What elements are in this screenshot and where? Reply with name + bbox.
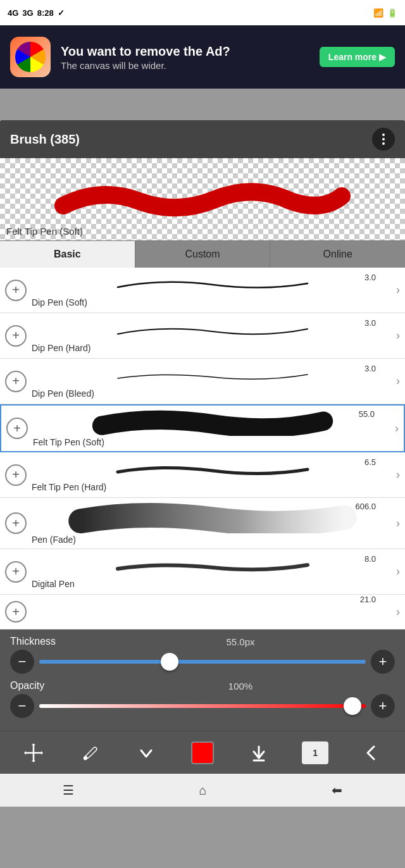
tab-basic[interactable]: Basic bbox=[0, 241, 135, 268]
add-brush-button[interactable]: + bbox=[5, 280, 27, 301]
brush-name: Felt Tip Pen (Hard) bbox=[32, 482, 394, 492]
brush-stroke-area: 55.0 Felt Tip Pen (Soft) bbox=[33, 409, 392, 447]
brush-stroke-area: 3.0 Dip Pen (Soft) bbox=[32, 273, 394, 307]
nav-home-button[interactable]: ⌂ bbox=[199, 783, 206, 798]
brush-name: Dip Pen (Hard) bbox=[32, 343, 394, 353]
add-brush-button[interactable]: + bbox=[5, 464, 27, 486]
add-brush-button[interactable]: + bbox=[6, 418, 28, 439]
thickness-minus-button[interactable]: − bbox=[10, 650, 34, 674]
download-button[interactable] bbox=[243, 737, 275, 769]
chevron-right-icon: › bbox=[396, 468, 400, 481]
brush-size: 606.0 bbox=[355, 502, 376, 511]
brush-stroke-area: 21.0 bbox=[32, 595, 394, 629]
chevron-right-icon: › bbox=[395, 422, 399, 435]
add-brush-button[interactable]: + bbox=[5, 325, 27, 347]
transform-button[interactable] bbox=[18, 737, 49, 769]
panel-title: Brush (385) bbox=[10, 132, 80, 147]
add-brush-button[interactable]: + bbox=[5, 371, 27, 392]
brush-item-felt-tip-pen-hard[interactable]: + 6.5 Felt Tip Pen (Hard) › bbox=[0, 452, 405, 498]
signal-icon: 📶 bbox=[373, 8, 383, 18]
brush-name: Dip Pen (Soft) bbox=[32, 297, 394, 307]
brush-stroke-area: 606.0 Pen (Fade) bbox=[32, 502, 394, 545]
preview-brush-label: Felt Tip Pen (Soft) bbox=[6, 226, 83, 237]
brush-item-felt-tip-pen-soft[interactable]: + 55.0 Felt Tip Pen (Soft) › bbox=[0, 404, 405, 452]
carrier1: 4G bbox=[8, 8, 18, 18]
dot2 bbox=[382, 138, 385, 140]
battery-icon: 🔋 bbox=[387, 8, 397, 18]
back-button[interactable] bbox=[356, 737, 387, 769]
brush-stroke-area: 8.0 Digital Pen bbox=[32, 554, 394, 589]
add-brush-button[interactable]: + bbox=[5, 601, 27, 623]
brush-size: 3.0 bbox=[364, 318, 376, 328]
opacity-label: Opacity bbox=[10, 680, 86, 691]
add-brush-button[interactable]: + bbox=[5, 561, 27, 583]
brush-size: 3.0 bbox=[364, 273, 376, 282]
svg-point-6 bbox=[84, 756, 87, 760]
tab-online[interactable]: Online bbox=[270, 241, 405, 268]
brush-name: Felt Tip Pen (Soft) bbox=[33, 437, 392, 447]
brush-size: 21.0 bbox=[360, 595, 376, 604]
time: 8:28 bbox=[37, 8, 54, 18]
color-button[interactable] bbox=[187, 737, 218, 769]
gray-spacer bbox=[0, 89, 405, 120]
brush-preview: Felt Tip Pen (Soft) bbox=[0, 158, 405, 240]
thickness-label: Thickness bbox=[10, 636, 86, 647]
tabs-row: Basic Custom Online bbox=[0, 240, 405, 268]
thickness-plus-button[interactable]: + bbox=[371, 650, 395, 674]
carrier2: 3G bbox=[22, 8, 33, 18]
brush-size: 8.0 bbox=[364, 554, 376, 564]
brush-name: Digital Pen bbox=[32, 579, 394, 589]
thickness-slider-track[interactable] bbox=[39, 660, 366, 664]
nav-back-button[interactable]: ⬅ bbox=[332, 783, 342, 798]
thickness-label-row: Thickness 55.0px bbox=[10, 636, 395, 647]
brush-name: Pen (Fade) bbox=[32, 535, 394, 545]
panel-menu-button[interactable] bbox=[372, 128, 395, 151]
color-swatch bbox=[191, 741, 214, 764]
page-indicator: 1 bbox=[302, 741, 328, 764]
status-right: 📶 🔋 bbox=[373, 8, 397, 18]
brush-item-dip-pen-soft[interactable]: + 3.0 Dip Pen (Soft) › bbox=[0, 268, 405, 313]
dropdown-button[interactable] bbox=[130, 737, 162, 769]
brush-size: 55.0 bbox=[359, 409, 375, 419]
chevron-right-icon: › bbox=[396, 565, 400, 578]
brush-preview-stroke bbox=[32, 502, 394, 533]
main-panel: Brush (385) Felt Tip Pen (Soft) Basic Cu… bbox=[0, 120, 405, 774]
chevron-right-icon: › bbox=[396, 517, 400, 530]
opacity-slider-thumb[interactable] bbox=[344, 697, 361, 715]
ad-banner: You want to remove the Ad? The canvas wi… bbox=[0, 25, 405, 89]
check-icon: ✓ bbox=[58, 8, 65, 18]
brush-item-dip-pen-bleed[interactable]: + 3.0 Dip Pen (Bleed) › bbox=[0, 359, 405, 404]
chevron-right-icon: › bbox=[396, 329, 400, 342]
add-brush-button[interactable]: + bbox=[5, 512, 27, 534]
opacity-plus-button[interactable]: + bbox=[371, 694, 395, 718]
opacity-minus-button[interactable]: − bbox=[10, 694, 34, 718]
tab-custom[interactable]: Custom bbox=[135, 241, 271, 268]
brush-button[interactable] bbox=[74, 737, 106, 769]
brush-item-digital-pen[interactable]: + 8.0 Digital Pen › bbox=[0, 549, 405, 595]
page-number: 1 bbox=[313, 748, 318, 758]
ad-app-icon bbox=[10, 37, 51, 77]
preview-stroke bbox=[51, 177, 354, 221]
brush-size: 3.0 bbox=[364, 364, 376, 373]
download-icon bbox=[250, 744, 268, 762]
page-shadow bbox=[305, 745, 330, 766]
nav-menu-button[interactable]: ☰ bbox=[63, 783, 74, 798]
thickness-slider-thumb[interactable] bbox=[161, 653, 178, 671]
brush-size: 6.5 bbox=[364, 457, 376, 467]
brush-item-dip-pen-hard[interactable]: + 3.0 Dip Pen (Hard) › bbox=[0, 313, 405, 359]
transform-icon bbox=[23, 743, 44, 763]
learn-more-button[interactable]: Learn more ▶ bbox=[320, 47, 395, 67]
dot1 bbox=[382, 133, 385, 136]
back-icon bbox=[363, 744, 380, 762]
svg-marker-3 bbox=[41, 751, 43, 755]
brush-item-partial[interactable]: + 21.0 › bbox=[0, 595, 405, 629]
brush-item-pen-fade[interactable]: + 606.0 Pen (Fade) › bbox=[0, 498, 405, 549]
brush-stroke-area: 6.5 Felt Tip Pen (Hard) bbox=[32, 457, 394, 492]
opacity-slider-track[interactable] bbox=[39, 704, 366, 708]
svg-marker-2 bbox=[24, 751, 26, 755]
brush-stroke-area: 3.0 Dip Pen (Bleed) bbox=[32, 364, 394, 399]
opacity-value: 100% bbox=[86, 681, 395, 691]
pages-button[interactable]: 1 bbox=[299, 737, 331, 769]
status-bar: 4G 3G 8:28 ✓ 📶 🔋 bbox=[0, 0, 405, 25]
ad-title: You want to remove the Ad? bbox=[61, 44, 309, 59]
